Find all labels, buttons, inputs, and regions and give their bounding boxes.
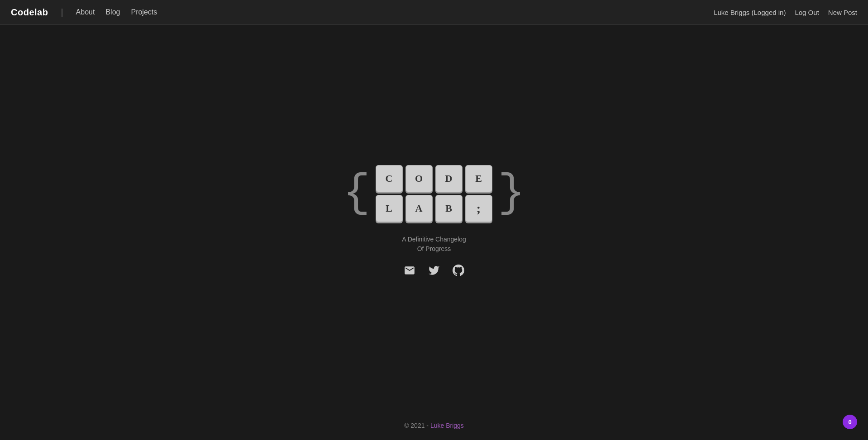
key-o: O [405,165,433,192]
nav-link-blog[interactable]: Blog [105,8,120,16]
key-b: B [435,195,463,222]
twitter-icon[interactable] [428,265,440,276]
logo-graphic: { C O D E L A B ; } [343,160,525,227]
nav-left: Codelab | About Blog Projects [11,7,157,18]
email-icon[interactable] [404,265,415,276]
new-post-button[interactable]: New Post [828,9,857,16]
footer-copyright: © 2021 - [404,422,430,429]
social-icons [404,265,464,276]
nav-link-about[interactable]: About [76,8,95,16]
main-content: { C O D E L A B ; } A Definitive Changel… [0,25,868,411]
nav-link-projects[interactable]: Projects [131,8,157,16]
nav-divider: | [61,7,63,18]
logout-button[interactable]: Log Out [795,9,819,16]
logo-subtitle: A Definitive Changelog Of Progress [402,235,466,254]
footer-author-link[interactable]: Luke Briggs [430,422,464,429]
key-grid: C O D E L A B ; [370,160,498,227]
key-c: C [376,165,403,192]
key-a: A [405,195,433,222]
key-semicolon: ; [465,195,492,222]
github-icon[interactable] [453,265,464,276]
key-e: E [465,165,492,192]
right-brace-icon: } [498,171,525,216]
navbar: Codelab | About Blog Projects Luke Brigg… [0,0,868,25]
left-brace-icon: { [343,171,370,216]
footer: © 2021 - Luke Briggs [0,411,868,440]
key-d: D [435,165,463,192]
nav-brand[interactable]: Codelab [11,7,48,18]
key-l: L [376,195,403,222]
notification-count: 0 [848,419,851,426]
notification-badge[interactable]: 0 [843,415,857,429]
nav-right: Luke Briggs (Logged in) Log Out New Post [714,9,857,16]
logo-container: { C O D E L A B ; } A Definitive Changel… [343,160,525,276]
nav-user-label: Luke Briggs (Logged in) [714,9,786,16]
